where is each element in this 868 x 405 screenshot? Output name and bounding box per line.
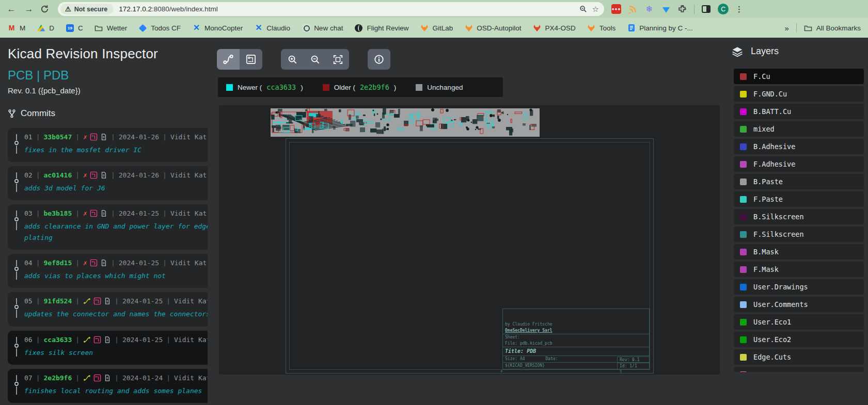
commit-node-icon — [13, 297, 20, 320]
layer-row[interactable]: Edge.Cuts — [734, 349, 864, 365]
profile-avatar[interactable]: C — [718, 4, 729, 14]
zoom-page-icon[interactable] — [579, 5, 587, 13]
layer-row[interactable]: F.Mask — [734, 262, 864, 277]
diff-document-icon[interactable] — [104, 297, 111, 305]
diff-document-icon[interactable] — [104, 336, 111, 344]
snowflake-extension-icon[interactable]: ❄ — [644, 4, 654, 14]
pcb-render-icon[interactable] — [90, 209, 98, 217]
commit-message: adds clearance in GND and power layer fo… — [24, 221, 208, 244]
bookmark-gitlab[interactable]: GitLab — [420, 24, 453, 33]
layer-row[interactable]: B.BATT.Cu — [734, 104, 864, 119]
layer-row[interactable]: F.Adhesive — [734, 156, 864, 172]
layer-row[interactable]: User.Eco2 — [734, 332, 864, 347]
layer-color-swatch — [740, 179, 747, 185]
zoom-in-button[interactable] — [281, 49, 304, 70]
commit-card[interactable]: 03 | be3b185 | ✗ | 2024-01-25 — [8, 204, 208, 250]
zoom-fit-button[interactable] — [326, 49, 349, 70]
layer-row[interactable]: F.GND.Cu — [734, 86, 864, 102]
commit-card[interactable]: 05 | 91fd524 | ✗ | 2024-01-25 — [8, 292, 208, 326]
pcb-render-icon[interactable] — [93, 297, 101, 305]
all-bookmarks-button[interactable]: All Bookmarks — [804, 24, 861, 33]
pcb-render-icon[interactable] — [93, 336, 101, 344]
gem-extension-icon[interactable] — [661, 4, 671, 14]
layer-row[interactable]: F.Paste — [734, 191, 864, 207]
pdb-link[interactable]: PDB — [43, 68, 69, 82]
browser-menu-icon[interactable]: ⋮ — [735, 5, 743, 14]
layer-row[interactable]: User.Eco1 — [734, 314, 864, 330]
titleblock-rev: Rev: 0.1 — [618, 357, 649, 363]
commit-card[interactable]: 01 | 33b0547 | ✗ | 2024-01-26 — [8, 128, 208, 162]
bookmark-planning[interactable]: Planning by C -... — [627, 24, 693, 33]
gitlab-icon — [587, 24, 596, 33]
diff-view-button[interactable] — [217, 49, 240, 70]
pcb-render-icon[interactable] — [90, 133, 98, 141]
layer-row[interactable]: B.Silkscreen — [734, 209, 864, 224]
bookmark-osd-autopilot[interactable]: OSD-Autopilot — [464, 24, 521, 33]
pcb-render-icon[interactable] — [93, 374, 101, 382]
bookmark-px4-osd[interactable]: PX4-OSD — [533, 24, 576, 33]
commit-hash-link[interactable]: 9ef8d15 — [43, 259, 72, 267]
bookmark-drive[interactable]: D — [37, 24, 54, 33]
commit-hash-link[interactable]: cca3633 — [43, 336, 72, 344]
zoom-out-button[interactable] — [304, 49, 326, 70]
bookmark-tools[interactable]: Tools — [587, 24, 616, 33]
commit-message: fixes in the mosfet driver IC — [24, 144, 208, 156]
commit-card[interactable]: 07 | 2e2b9f6 | ✗ | 2024-01-24 — [8, 369, 208, 403]
forward-icon[interactable]: → — [23, 4, 35, 14]
layer-row[interactable]: User.Comments — [734, 297, 864, 312]
pcb-render-icon[interactable] — [90, 171, 98, 179]
info-button[interactable] — [368, 49, 390, 70]
no-diff-x-icon: ✗ — [83, 171, 87, 179]
zoom-out-icon — [310, 55, 320, 64]
layer-row[interactable]: B.Paste — [734, 174, 864, 189]
layer-row[interactable]: F.Cu — [734, 69, 864, 84]
layer-row[interactable]: B.Mask — [734, 244, 864, 260]
bookmark-gmail[interactable]: MM — [7, 24, 25, 33]
layer-color-swatch — [740, 354, 747, 361]
layer-row[interactable] — [734, 367, 864, 372]
security-badge[interactable]: ⚠ Not secure — [60, 4, 114, 14]
bookmark-wetter[interactable]: Wetter — [94, 24, 128, 33]
diff-document-icon[interactable] — [100, 209, 107, 217]
bookmark-todos-cf[interactable]: Todos CF — [138, 24, 181, 33]
bookmark-star-icon[interactable]: ☆ — [592, 5, 599, 14]
back-icon[interactable]: ← — [5, 4, 18, 14]
layer-label: B.Paste — [753, 177, 783, 186]
commit-hash-link[interactable]: 2e2b9f6 — [43, 374, 72, 382]
rss-icon[interactable] — [628, 4, 638, 14]
commit-hash-link[interactable]: 91fd524 — [43, 297, 72, 305]
commit-card[interactable]: 06 | cca3633 | ✗ | 2024-01-25 — [8, 331, 208, 365]
bookmark-claudio[interactable]: ✕Claudio — [254, 24, 290, 33]
diff-document-icon[interactable] — [100, 259, 107, 267]
commit-card[interactable]: 04 | 9ef8d15 | ✗ | 2024-01-25 — [8, 254, 208, 288]
reload-icon[interactable] — [40, 5, 53, 13]
bookmark-flight-review[interactable]: Flight Review — [354, 24, 408, 33]
bookmark-new-chat[interactable]: New chat — [302, 24, 343, 33]
pcb-link[interactable]: PCB — [8, 68, 33, 82]
diff-document-icon[interactable] — [100, 133, 107, 141]
layer-row[interactable]: B.Adhesive — [734, 139, 864, 154]
layer-row[interactable]: User.Drawings — [734, 279, 864, 295]
layer-row[interactable]: F.Silkscreen — [734, 226, 864, 242]
password-manager-icon[interactable]: ●●● — [611, 4, 621, 14]
bookmark-calendar[interactable]: 19C — [66, 24, 83, 33]
diff-document-icon[interactable] — [100, 171, 107, 179]
commit-hash-link[interactable]: 33b0547 — [43, 133, 72, 141]
pcb-canvas[interactable]: by Claudio Fritsche OneSecDelivery Sarl … — [219, 105, 720, 375]
commit-hash-link[interactable]: be3b185 — [43, 209, 72, 217]
url-bar[interactable]: ⚠ Not secure 172.17.0.2:8080/web/index.h… — [58, 2, 604, 16]
commit-hash-link[interactable]: ac01416 — [43, 171, 72, 179]
pcb-render-icon[interactable] — [90, 259, 98, 267]
board-view-button[interactable] — [240, 49, 262, 70]
bookmarks-overflow-chevron[interactable]: » — [784, 24, 788, 33]
meta-separator: | — [36, 374, 40, 382]
extensions-puzzle-icon[interactable] — [677, 4, 687, 14]
title-block: by Claudio Fritsche OneSecDelivery Sarl … — [502, 309, 650, 370]
bookmark-monocopter[interactable]: ✕MonoCopter — [192, 24, 243, 33]
commit-list: 01 | 33b0547 | ✗ | 2024-01-26 — [8, 128, 208, 405]
layer-row[interactable]: mixed — [734, 121, 864, 137]
commit-card[interactable]: 02 | ac01416 | ✗ | 2024-01-26 — [8, 166, 208, 200]
bookmarks-bar: MM D 19C Wetter Todos CF ✕MonoCopter ✕Cl… — [0, 18, 868, 38]
side-panel-icon[interactable] — [701, 4, 711, 14]
diff-document-icon[interactable] — [104, 374, 111, 382]
